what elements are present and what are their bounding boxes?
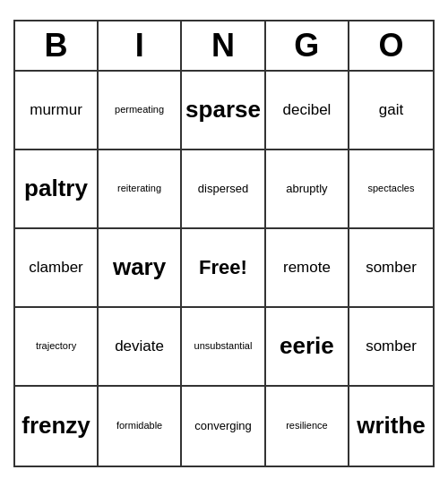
cell-text: eerie — [280, 332, 334, 360]
cell-r3-c1: deviate — [99, 308, 182, 387]
cell-r4-c4: writhe — [349, 387, 433, 466]
cell-r2-c0: clamber — [15, 229, 99, 308]
header-letter: O — [349, 21, 433, 70]
cell-r0-c1: permeating — [99, 72, 182, 150]
cell-text: formidable — [116, 420, 162, 431]
cell-r3-c4: somber — [349, 308, 433, 387]
cell-text: somber — [366, 337, 417, 355]
cell-r0-c3: decibel — [266, 72, 349, 150]
cell-r4-c2: converging — [182, 387, 266, 466]
cell-r0-c0: murmur — [15, 72, 99, 150]
cell-text: resilience — [286, 420, 327, 431]
cell-text: writhe — [357, 412, 426, 440]
bingo-header: BINGO — [15, 21, 433, 72]
cell-r2-c3: remote — [266, 229, 349, 308]
cell-text: frenzy — [22, 412, 90, 440]
cell-r2-c2: Free! — [182, 229, 266, 308]
cell-text: abruptly — [286, 182, 327, 196]
cell-text: remote — [283, 259, 331, 277]
cell-text: wary — [113, 253, 166, 281]
bingo-card: BINGO murmurpermeatingsparsedecibelgaitp… — [13, 20, 435, 467]
cell-text: gait — [379, 101, 403, 119]
cell-r3-c0: trajectory — [15, 308, 99, 387]
cell-r1-c2: dispersed — [182, 150, 266, 229]
cell-text: Free! — [199, 256, 247, 279]
cell-text: murmur — [30, 101, 82, 119]
cell-r4-c0: frenzy — [15, 387, 99, 466]
cell-text: unsubstantial — [194, 340, 253, 352]
cell-r0-c4: gait — [349, 72, 433, 150]
bingo-grid: murmurpermeatingsparsedecibelgaitpaltryr… — [15, 72, 433, 466]
cell-text: reiterating — [117, 183, 161, 194]
cell-r1-c4: spectacles — [349, 150, 433, 229]
cell-text: decibel — [283, 101, 332, 119]
cell-text: trajectory — [36, 340, 76, 352]
cell-r4-c1: formidable — [99, 387, 182, 466]
cell-text: paltry — [24, 175, 88, 202]
header-letter: N — [182, 21, 265, 70]
cell-text: sparse — [185, 96, 261, 124]
cell-r2-c4: somber — [349, 229, 433, 308]
cell-text: dispersed — [198, 182, 248, 196]
cell-r2-c1: wary — [99, 229, 182, 308]
cell-text: converging — [194, 419, 252, 433]
cell-r0-c2: sparse — [182, 72, 266, 150]
cell-r4-c3: resilience — [266, 387, 349, 466]
header-letter: I — [99, 21, 182, 70]
cell-r1-c1: reiterating — [99, 150, 182, 229]
header-letter: G — [266, 21, 349, 70]
cell-r3-c3: eerie — [266, 308, 349, 387]
cell-text: deviate — [115, 337, 164, 355]
cell-text: permeating — [115, 104, 164, 115]
cell-text: spectacles — [367, 183, 414, 194]
cell-text: clamber — [29, 259, 82, 277]
cell-text: somber — [366, 259, 417, 277]
cell-r1-c0: paltry — [15, 150, 99, 229]
cell-r3-c2: unsubstantial — [182, 308, 266, 387]
cell-r1-c3: abruptly — [266, 150, 349, 229]
header-letter: B — [15, 21, 99, 70]
